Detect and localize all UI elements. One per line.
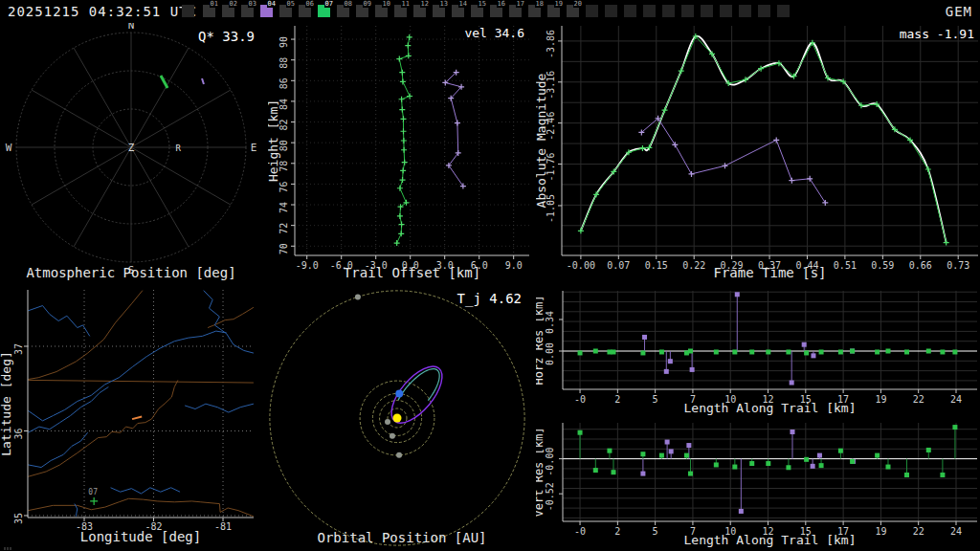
svg-text:-3.86: -3.86	[546, 30, 556, 58]
vertical-residuals-plot: -025710121517192224-0.00-0.52Length Alon…	[536, 419, 980, 551]
svg-text:72: 72	[278, 223, 289, 234]
axes: -0257101215171922240.000.34Length Along …	[536, 291, 977, 415]
frame-box-empty[interactable]	[701, 5, 713, 17]
svg-text:Height [km]: Height [km]	[268, 99, 280, 182]
svg-text:5: 5	[653, 394, 658, 405]
smooth-fit-line	[581, 36, 947, 243]
panel-horz-res: -0257101215171922240.000.34Length Along …	[536, 287, 980, 419]
svg-text:N: N	[128, 23, 135, 32]
frame-box-01[interactable]: 01	[203, 5, 215, 17]
svg-text:22: 22	[913, 526, 924, 537]
frame-box-empty[interactable]	[605, 5, 617, 17]
grid	[295, 26, 529, 255]
ground-trail-segment	[132, 416, 142, 419]
svg-text:E: E	[251, 142, 257, 154]
axes: -0.000.070.150.220.290.370.440.510.590.6…	[536, 26, 978, 280]
svg-text:70: 70	[278, 243, 289, 254]
frame-box-10[interactable]: 10	[375, 5, 388, 17]
svg-text:2: 2	[614, 394, 620, 405]
panel-orbit: T_j 4.62Orbital Position [AU]	[268, 287, 536, 551]
svg-text:0.73: 0.73	[947, 260, 969, 271]
frame-box-06[interactable]: 06	[299, 5, 311, 17]
svg-text:88: 88	[278, 57, 289, 69]
corner-watermark	[4, 536, 16, 540]
panel-ground-map: 07-83-82-81353637Longitude [deg]Latitude…	[0, 287, 268, 551]
svg-text:-0.52: -0.52	[545, 482, 555, 511]
grid	[563, 291, 977, 389]
svg-text:0.00: 0.00	[545, 342, 555, 365]
svg-text:2: 2	[614, 526, 620, 537]
svg-text:Orbital Position [AU]: Orbital Position [AU]	[317, 530, 486, 545]
frame-box-empty[interactable]	[739, 5, 751, 17]
frame-box-empty[interactable]	[720, 5, 732, 17]
frame-box-07[interactable]: 07	[318, 5, 330, 17]
frame-box-09[interactable]: 09	[356, 5, 368, 17]
frame-box-16[interactable]: 16	[490, 5, 502, 17]
svg-text:0.34: 0.34	[545, 311, 555, 334]
sun-marker	[393, 414, 402, 423]
frame-box-empty[interactable]	[681, 5, 694, 17]
venus-marker	[390, 433, 395, 439]
state-borders	[28, 291, 254, 517]
svg-text:Length Along Trail [km]: Length Along Trail [km]	[683, 533, 856, 547]
frame-box-15[interactable]: 15	[471, 5, 483, 17]
frame-box-14[interactable]: 14	[452, 5, 464, 17]
svg-text:vel 34.6: vel 34.6	[464, 26, 524, 40]
frame-box-11[interactable]: 11	[394, 5, 407, 17]
svg-text:37: 37	[13, 343, 24, 355]
station-07-trail	[161, 76, 167, 88]
degree-grid	[28, 290, 254, 518]
svg-text:-81: -81	[214, 521, 232, 532]
ground-track-map: 07-83-82-81353637Longitude [deg]Latitude…	[0, 287, 268, 551]
frame-box-empty[interactable]	[586, 5, 598, 17]
trail-offset-plot: -9.0-6.0-3.00.03.06.09.07072747678808284…	[268, 23, 536, 287]
svg-text:Longitude [deg]: Longitude [deg]	[80, 529, 201, 544]
frame-box-02[interactable]: 02	[222, 5, 234, 17]
station-07-marker: 07	[88, 488, 98, 505]
green-series	[394, 34, 412, 246]
frame-box-20[interactable]: 20	[567, 5, 579, 17]
panel-atmospheric-position: NSWEZRQ* 33.9Atmospheric Position [deg]	[0, 23, 268, 287]
frame-box-08[interactable]: 08	[337, 5, 349, 17]
panel-light-curve: -0.000.070.150.220.290.370.440.510.590.6…	[536, 23, 980, 287]
orbital-position-plot: T_j 4.62Orbital Position [AU]	[268, 287, 536, 551]
svg-text:Horz Res [km]: Horz Res [km]	[536, 296, 546, 386]
svg-text:Absolute Magnitude: Absolute Magnitude	[536, 73, 548, 208]
svg-text:36: 36	[13, 428, 24, 439]
frame-box-12[interactable]: 12	[413, 5, 426, 17]
svg-text:-9.0: -9.0	[296, 260, 319, 271]
frame-box-19[interactable]: 19	[547, 5, 560, 17]
svg-text:Latitude [deg]: Latitude [deg]	[0, 351, 13, 456]
svg-text:5: 5	[653, 526, 658, 537]
frame-box-05[interactable]: 05	[279, 5, 292, 17]
frame-box-13[interactable]: 13	[433, 5, 445, 17]
purple-residuals	[640, 430, 856, 514]
svg-text:35: 35	[13, 513, 24, 524]
svg-text:0.59: 0.59	[871, 260, 894, 271]
frame-box-empty[interactable]	[624, 5, 636, 17]
svg-text:9.0: 9.0	[505, 260, 523, 271]
frame-box-empty[interactable]	[777, 5, 790, 17]
rivers	[28, 291, 254, 517]
grid	[562, 23, 978, 255]
frame-box-04[interactable]: 04	[260, 5, 273, 17]
svg-text:76: 76	[278, 181, 289, 192]
svg-text:24: 24	[950, 526, 962, 537]
mercury-marker	[385, 419, 390, 425]
svg-text:Z: Z	[128, 142, 135, 154]
jupiter-marker	[355, 294, 361, 299]
svg-text:0.51: 0.51	[834, 260, 857, 271]
svg-text:Trail Offset [km]: Trail Offset [km]	[344, 265, 480, 280]
frame-box-03[interactable]: 03	[241, 5, 254, 17]
frame-box-empty[interactable]	[662, 5, 675, 17]
svg-text:Length Along Trail [km]: Length Along Trail [km]	[683, 401, 856, 415]
svg-text:0.22: 0.22	[682, 260, 705, 271]
svg-text:Atmospheric Position [deg]: Atmospheric Position [deg]	[26, 265, 235, 280]
frame-box-blank[interactable]	[182, 5, 194, 17]
horizontal-residuals-plot: -0257101215171922240.000.34Length Along …	[536, 287, 980, 419]
svg-text:22: 22	[913, 394, 924, 405]
frame-box-empty[interactable]	[758, 5, 770, 17]
frame-box-18[interactable]: 18	[528, 5, 541, 17]
frame-box-17[interactable]: 17	[509, 5, 522, 17]
frame-box-empty[interactable]	[643, 5, 656, 17]
